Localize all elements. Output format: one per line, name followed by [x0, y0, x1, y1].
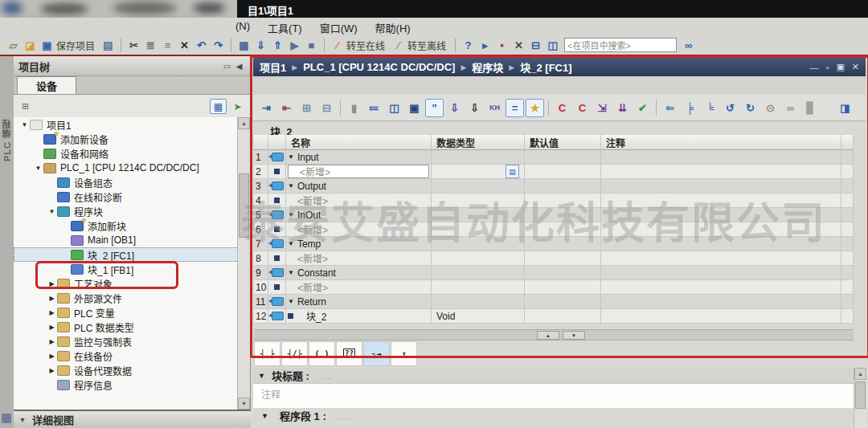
assignment-list-icon[interactable]: ╞ — [681, 99, 699, 117]
details-view-icon[interactable]: ▦ — [210, 99, 227, 114]
name-cell[interactable]: ▼Constant — [286, 266, 432, 280]
default-value-cell[interactable] — [525, 280, 601, 295]
expander-icon[interactable]: ▶ — [47, 338, 56, 345]
sidebar-item-程序信息[interactable]: 程序信息 — [14, 377, 250, 392]
name-cell[interactable]: ▼Input — [286, 150, 432, 165]
comment-cell[interactable] — [601, 266, 841, 280]
undo-icon[interactable]: ↶ — [194, 38, 209, 53]
close-icon[interactable]: ✕ — [852, 62, 859, 72]
table-row-new-entry[interactable]: 6<新增> — [254, 222, 854, 237]
expander-icon[interactable]: ▼ — [34, 165, 43, 172]
comment-cell[interactable] — [601, 194, 841, 208]
stop-cpu-icon[interactable]: ■ — [304, 38, 319, 53]
default-value-cell[interactable] — [525, 237, 601, 251]
editor-scrollbar[interactable]: ▲ — [854, 368, 867, 428]
window-layout-icon[interactable]: ◨ — [836, 99, 854, 117]
datatype-cell[interactable] — [432, 179, 525, 194]
datatype-cell[interactable] — [432, 194, 525, 208]
block-title-section[interactable]: ▼ 块标题 : .... — [253, 368, 866, 383]
sidebar-item-添加新设备[interactable]: 添加新设备 — [14, 132, 250, 146]
new-entry-placeholder[interactable]: <新增> — [297, 280, 328, 294]
network-1-section[interactable]: ▼ 程序段 1 : .... — [253, 408, 866, 423]
tab-devices[interactable]: 设备 — [17, 76, 76, 94]
comment-cell[interactable] — [601, 150, 841, 165]
datatype-cell[interactable]: ▤ — [432, 165, 525, 179]
new-project-icon[interactable]: ▱ — [6, 38, 21, 53]
sidebar-item-在线备份[interactable]: ▶在线备份 — [14, 349, 250, 363]
comment-cell[interactable] — [601, 179, 841, 194]
comment-cell[interactable] — [601, 222, 841, 237]
table-row-section-temp[interactable]: 7▼Temp — [254, 237, 854, 251]
datatype-cell[interactable] — [432, 295, 525, 309]
collapse-details-icon[interactable]: ▾ — [17, 414, 28, 426]
copy-snapshot-icon[interactable]: ⇲ — [593, 99, 612, 117]
go-online-icon[interactable]: ∕ — [330, 38, 345, 53]
portal-view-icon[interactable] — [2, 414, 11, 423]
name-cell[interactable]: <新增> — [286, 280, 432, 295]
comment-cell[interactable] — [601, 309, 841, 324]
expander-icon[interactable]: ▼ — [20, 121, 29, 128]
snapshot-icon[interactable]: ⇩ — [465, 99, 484, 117]
sidebar-item-工艺对象[interactable]: ▶工艺对象 — [14, 276, 250, 291]
datatype-cell[interactable]: Void — [432, 309, 525, 324]
name-cell[interactable]: 块_2 — [286, 309, 432, 324]
minimize-icon[interactable]: — — [809, 63, 818, 72]
datatype-cell[interactable] — [432, 280, 525, 295]
split-view-icon[interactable]: ◫ — [385, 99, 403, 117]
table-row-new-entry[interactable]: 10<新增> — [254, 280, 854, 295]
collapse-panel-icon[interactable]: ◀ — [233, 61, 245, 71]
comment-cell[interactable] — [601, 295, 841, 309]
update-calls-icon[interactable]: ↺ — [721, 99, 739, 117]
sidebar-item-程序块[interactable]: ▼程序块 — [14, 204, 250, 218]
table-row-section-constant[interactable]: 9▼Constant — [254, 266, 854, 280]
expand-table-icon[interactable]: ▲ — [537, 331, 559, 340]
previous-error-icon[interactable]: C — [553, 99, 571, 117]
copy-icon[interactable]: ≣ — [143, 38, 158, 53]
sidebar-item-添加新块[interactable]: 添加新块 — [14, 218, 250, 233]
sidebar-item-项目1[interactable]: ▼项目1 — [14, 117, 250, 132]
breadcrumb-part[interactable]: 块_2 [FC1] — [520, 59, 571, 75]
name-edit-box[interactable]: <新增> — [288, 165, 429, 178]
keep-setpoints-icon[interactable]: KH — [485, 99, 504, 117]
search-binoculars-icon[interactable]: ∞ — [681, 38, 696, 53]
section-caret-icon[interactable]: ▼ — [288, 153, 294, 161]
contact-closed-favorite[interactable]: ┤/├ — [281, 341, 308, 366]
network-1-dots[interactable]: .... — [338, 411, 350, 421]
scrollbar-thumb[interactable] — [239, 173, 249, 238]
block-interface-icon[interactable]: ≔ — [365, 99, 383, 117]
menu-item-h[interactable]: 帮助(H) — [375, 20, 411, 35]
download-interface-icon[interactable]: ⇩ — [445, 99, 464, 117]
expander-icon[interactable]: ▶ — [47, 353, 56, 360]
breadcrumb-part[interactable]: 项目1 — [260, 59, 286, 75]
close-branch-favorite[interactable]: ↑ — [391, 341, 417, 366]
free-form-comments-icon[interactable]: ★ — [526, 99, 544, 117]
start-runtime-icon[interactable]: ▸ — [477, 38, 493, 53]
network-comments-icon[interactable]: ” — [425, 99, 444, 117]
empty-box-favorite[interactable]: ?? — [336, 341, 362, 366]
collapse-network-icon[interactable]: ▣ — [405, 99, 424, 117]
sidebar-item-plc-1--cpu-1214c-dc/dc/dc-[interactable]: ▼PLC_1 [CPU 1214C DC/DC/DC] — [14, 161, 250, 175]
online-diagnostics-icon[interactable]: ? — [461, 38, 476, 53]
default-value-cell[interactable] — [525, 194, 601, 208]
comment-cell[interactable] — [601, 251, 841, 266]
add-row-after-icon[interactable]: ⊟ — [317, 99, 336, 117]
collapse-caret-icon[interactable]: ▼ — [258, 372, 265, 380]
keep-actual-values-icon[interactable]: ▮ — [345, 99, 363, 117]
default-value-cell[interactable] — [525, 208, 601, 222]
section-caret-icon[interactable]: ▼ — [288, 182, 294, 190]
breadcrumb-part[interactable]: 程序块 — [472, 59, 503, 75]
export-module-icon[interactable]: ➤ — [230, 100, 245, 113]
find-icon[interactable]: ⊙ — [761, 99, 780, 117]
table-splitter[interactable]: ▲ ▼ — [254, 329, 854, 340]
consistency-check-icon[interactable]: ✔ — [633, 99, 652, 117]
comment-cell[interactable] — [601, 165, 841, 179]
default-value-cell[interactable] — [525, 309, 601, 324]
table-row-section-inout[interactable]: 5▼InOut — [254, 208, 854, 222]
name-cell[interactable]: <新增> — [286, 222, 432, 237]
delete-row-icon[interactable]: ⇤ — [277, 99, 296, 117]
start-cpu-icon[interactable]: ▶ — [287, 38, 302, 53]
table-row-section-return[interactable]: 11▼Return — [254, 295, 854, 309]
expander-icon[interactable]: ▶ — [47, 309, 56, 316]
scroll-up-icon[interactable]: ▲ — [238, 117, 250, 129]
block-comment-area[interactable]: 注释 — [253, 383, 866, 409]
